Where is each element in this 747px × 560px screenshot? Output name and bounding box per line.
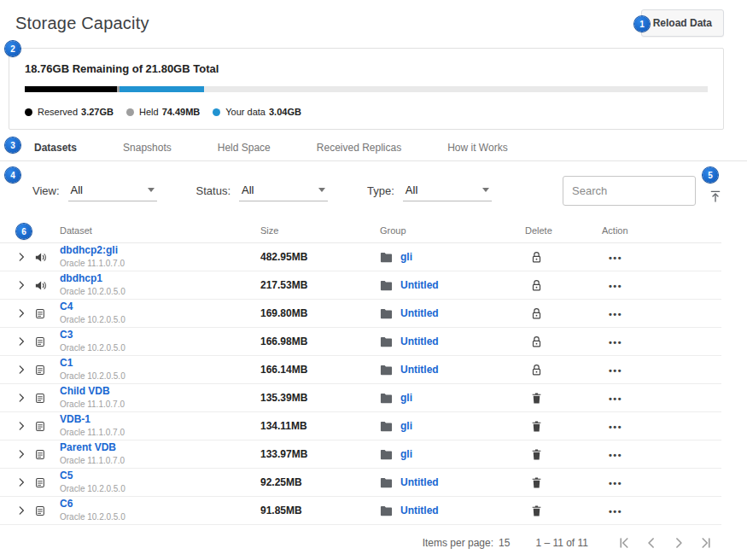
tab-held-space[interactable]: Held Space	[218, 142, 271, 154]
group-link[interactable]: gli	[400, 392, 412, 404]
row-actions-button[interactable]: •••	[602, 446, 721, 462]
table-body: dbdhcp2:gliOracle 11.1.0.7.0482.95MBgli•…	[0, 243, 721, 525]
next-page-icon[interactable]	[668, 533, 689, 553]
vdb-database-icon	[34, 364, 60, 376]
previous-page-icon[interactable]	[641, 533, 662, 553]
lock-icon	[525, 364, 602, 376]
group-link[interactable]: gli	[400, 251, 412, 263]
tab-received-replicas[interactable]: Received Replicas	[317, 142, 401, 154]
type-filter: Type: All	[367, 180, 492, 201]
delete-trash-icon[interactable]	[525, 448, 602, 461]
dataset-size: 169.80MB	[260, 307, 380, 319]
row-actions-button[interactable]: •••	[602, 503, 721, 518]
expand-chevron-icon[interactable]	[10, 505, 34, 516]
delete-trash-icon[interactable]	[525, 392, 602, 405]
expand-chevron-icon[interactable]	[10, 392, 34, 404]
group-link[interactable]: gli	[400, 420, 412, 432]
pager-controls	[614, 533, 716, 553]
tab-datasets[interactable]: Datasets	[34, 142, 77, 154]
dataset-version: Oracle 11.1.0.7.0	[60, 456, 260, 466]
folder-icon	[380, 365, 393, 376]
export-icon[interactable]	[707, 188, 724, 207]
row-actions-button[interactable]: •••	[602, 362, 721, 377]
type-filter-label: Type:	[367, 184, 394, 197]
delete-trash-icon[interactable]	[525, 476, 602, 489]
expand-chevron-icon[interactable]	[10, 335, 34, 347]
expand-chevron-icon[interactable]	[10, 476, 34, 488]
dataset-size: 133.97MB	[260, 448, 380, 460]
reload-data-button[interactable]: Reload Data	[641, 9, 724, 37]
column-header-delete: Delete	[525, 225, 602, 236]
vdb-database-icon	[34, 505, 60, 517]
capacity-summary-text: 18.76GB Remaining of 21.80GB Total	[18, 62, 715, 75]
column-header-action: Action	[602, 225, 721, 236]
delete-trash-icon[interactable]	[525, 420, 602, 433]
folder-icon	[380, 280, 393, 291]
dataset-name-link[interactable]: C5	[60, 470, 73, 482]
status-filter-select[interactable]: All	[239, 180, 328, 201]
group-link[interactable]: gli	[400, 448, 412, 460]
chevron-down-icon	[318, 188, 325, 192]
row-actions-button[interactable]: •••	[602, 334, 721, 349]
folder-icon	[380, 449, 393, 460]
type-filter-select[interactable]: All	[403, 180, 492, 201]
last-page-icon[interactable]	[696, 533, 716, 553]
expand-chevron-icon[interactable]	[10, 420, 34, 432]
capacity-bar	[25, 86, 708, 92]
tab-snapshots[interactable]: Snapshots	[123, 142, 172, 154]
search-input[interactable]	[563, 176, 696, 206]
delete-trash-icon[interactable]	[525, 505, 602, 517]
expand-chevron-icon[interactable]	[10, 448, 34, 460]
dataset-name-link[interactable]: dbdhcp2:gli	[60, 245, 118, 257]
dataset-version: Oracle 10.2.0.5.0	[60, 287, 260, 297]
status-filter: Status: All	[196, 180, 328, 201]
dataset-version: Oracle 11.1.0.7.0	[60, 400, 260, 410]
items-per-page[interactable]: Items per page: 15	[423, 537, 511, 549]
view-filter: View: All	[32, 180, 157, 201]
dataset-version: Oracle 10.2.0.5.0	[60, 343, 260, 353]
legend-label: Held	[139, 107, 159, 117]
dataset-version: Oracle 11.1.0.7.0	[60, 428, 260, 438]
dataset-name-link[interactable]: VDB-1	[60, 414, 90, 426]
view-filter-label: View:	[32, 184, 60, 197]
dataset-name-link[interactable]: C4	[60, 301, 73, 313]
group-link[interactable]: Untitled	[400, 505, 439, 516]
dataset-version: Oracle 10.2.0.5.0	[60, 315, 260, 325]
view-filter-select[interactable]: All	[68, 180, 157, 201]
row-actions-button[interactable]: •••	[602, 249, 721, 265]
legend-value: 3.04GB	[269, 107, 301, 117]
expand-chevron-icon[interactable]	[10, 364, 34, 376]
dataset-name-link[interactable]: Parent VDB	[60, 442, 116, 454]
expand-chevron-icon[interactable]	[10, 279, 34, 291]
row-actions-button[interactable]: •••	[602, 418, 721, 434]
filter-bar: View: All Status: All Type: All	[0, 161, 747, 211]
items-per-page-value: 15	[499, 537, 510, 549]
row-actions-button[interactable]: •••	[602, 277, 721, 293]
dataset-name-link[interactable]: C1	[60, 358, 73, 370]
dataset-name-link[interactable]: dbdhcp1	[60, 273, 102, 285]
first-page-icon[interactable]	[614, 533, 634, 553]
dataset-size: 166.98MB	[260, 335, 380, 347]
row-actions-button[interactable]: •••	[602, 475, 721, 490]
folder-icon	[380, 393, 393, 404]
group-link[interactable]: Untitled	[400, 476, 439, 488]
expand-chevron-icon[interactable]	[10, 251, 34, 263]
dataset-name-link[interactable]: C6	[60, 499, 73, 510]
group-link[interactable]: Untitled	[400, 307, 439, 319]
dataset-name-link[interactable]: Child VDB	[60, 386, 110, 398]
dataset-name-link[interactable]: C3	[60, 330, 73, 341]
expand-chevron-icon[interactable]	[10, 307, 34, 319]
tab-how-it-works[interactable]: How it Works	[447, 142, 507, 154]
pagination-range: 1 – 11 of 11	[535, 537, 588, 549]
table-row: Child VDBOracle 11.1.0.7.0135.39MBgli•••	[0, 384, 721, 412]
vdb-database-icon	[34, 420, 60, 433]
group-link[interactable]: Untitled	[400, 335, 439, 347]
legend-your-data: Your data 3.04GB	[213, 107, 301, 117]
group-link[interactable]: Untitled	[400, 279, 439, 291]
group-link[interactable]: Untitled	[400, 364, 439, 376]
held-dot-icon	[126, 108, 134, 116]
legend-label: Your data	[225, 107, 266, 117]
table-row: C3Oracle 10.2.0.5.0166.98MBUntitled•••	[0, 328, 721, 356]
row-actions-button[interactable]: •••	[602, 306, 721, 321]
row-actions-button[interactable]: •••	[602, 390, 721, 405]
